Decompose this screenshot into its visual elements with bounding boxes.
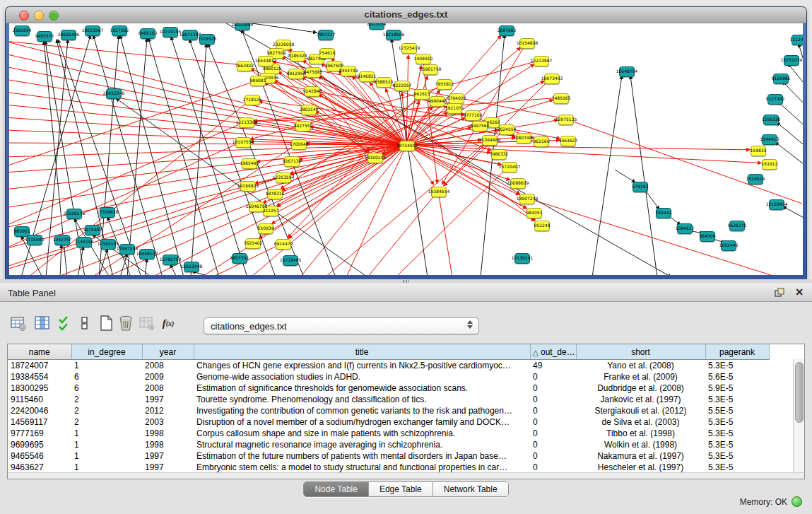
graph-node[interactable]: 962160 (534, 136, 549, 147)
graph-node[interactable]: 18107554 (235, 137, 251, 148)
graph-node[interactable]: 1409910 (416, 54, 431, 64)
graph-node[interactable]: 989081 (250, 76, 266, 86)
vertical-scrollbar[interactable] (793, 359, 804, 473)
graph-node[interactable]: 12213967 (534, 56, 549, 66)
graph-node[interactable]: 16648784 (619, 66, 635, 77)
graph-node[interactable]: 754616 (319, 48, 335, 59)
graph-node[interactable]: 1112404 (792, 35, 803, 45)
graph-node[interactable]: 952248 (534, 221, 550, 231)
graph-node[interactable]: 16961758 (423, 64, 438, 75)
attribute-table[interactable]: namein_degreeyeartitle△out_de…shortpager… (7, 344, 805, 479)
tab-edge-table[interactable]: Edge Table (368, 482, 433, 496)
graph-node[interactable]: 3624554 (499, 124, 514, 135)
tab-node-table[interactable]: Node Table (304, 482, 368, 496)
graph-node[interactable]: 8912954 (288, 69, 304, 79)
table-row[interactable]: 1872400712008Changes of HCN gene express… (8, 360, 769, 372)
graph-node[interactable]: 20206576 (66, 209, 82, 219)
graph-node[interactable]: 7986332 (491, 149, 507, 160)
graph-node[interactable]: 2560694 (14, 25, 30, 36)
table-row[interactable]: 977716911998Corpus callosum shape and si… (8, 428, 769, 439)
horizontal-scrollbar[interactable] (8, 472, 804, 479)
network-window-titlebar[interactable]: citations_edges.txt (6, 7, 806, 23)
graph-node[interactable]: 6794028 (449, 93, 464, 104)
graph-node[interactable]: 15720407 (502, 162, 517, 173)
graph-node[interactable]: 1342757 (54, 235, 70, 245)
graph-node[interactable]: 10688609 (510, 178, 526, 189)
graph-node[interactable]: 822257 (263, 206, 278, 216)
graph-node[interactable]: 7955812 (437, 79, 452, 90)
graph-node[interactable]: 1965495 (242, 158, 257, 169)
graph-node[interactable]: 9857791 (232, 253, 247, 264)
graph-node[interactable]: 18724007 (399, 141, 415, 151)
graph-node[interactable]: 1588520 (376, 77, 392, 88)
column-header-short[interactable]: short (576, 344, 705, 360)
graph-node[interactable]: 15130141 (514, 253, 530, 264)
graph-node[interactable]: 12103454 (769, 199, 784, 210)
graph-node[interactable]: 16543812 (258, 56, 273, 66)
graph-node[interactable]: 250939 (258, 223, 273, 234)
graph-node[interactable]: 8186328 (290, 51, 305, 62)
graph-node[interactable]: 16046756 (249, 201, 264, 212)
graph-node[interactable]: 6914479 (276, 239, 291, 250)
column-header-pagerank[interactable]: pagerank (705, 344, 769, 360)
graph-node[interactable]: 15718485 (283, 255, 298, 266)
graph-node[interactable]: 9975887 (85, 225, 100, 235)
column-header-out_de[interactable]: △out_de… (530, 344, 576, 360)
table-row[interactable]: 1830029562008Estimation of significance … (8, 382, 769, 394)
float-panel-icon[interactable] (774, 287, 785, 298)
graph-node[interactable]: 26053346 (106, 88, 122, 99)
graph-node[interactable]: 1244413 (762, 134, 777, 145)
graph-node[interactable]: 2087682 (499, 25, 514, 36)
graph-node[interactable]: 159835 (751, 146, 766, 156)
graph-node[interactable]: 9777169 (465, 110, 481, 121)
table-settings-icon[interactable] (8, 313, 28, 333)
graph-node[interactable]: 8222057 (394, 81, 410, 91)
graph-node[interactable]: 9146821 (359, 71, 375, 82)
graph-node[interactable]: 7625402 (245, 238, 261, 249)
table-row[interactable]: 2242004622012Investigating the contribut… (8, 405, 769, 416)
graph-node[interactable]: 5878314 (267, 189, 283, 199)
graph-node[interactable]: 7485063 (553, 93, 569, 104)
graph-node[interactable]: 21364486 (482, 135, 498, 146)
table-row[interactable]: 911546021997Tourette syndrome. Phenomeno… (8, 394, 769, 405)
table-header-row[interactable]: namein_degreeyeartitle△out_de…shortpager… (8, 344, 769, 360)
delete-table-icon[interactable] (116, 313, 136, 333)
graph-node[interactable]: 7663822 (237, 61, 252, 71)
graph-node[interactable]: 1115680 (27, 235, 42, 245)
row-height-icon[interactable] (75, 313, 95, 333)
table-selector-dropdown[interactable]: citations_edges.txt (204, 317, 479, 334)
graph-node[interactable]: 16033809 (235, 23, 250, 30)
graph-node[interactable]: 9463627 (560, 136, 576, 146)
graph-node[interactable]: 791942 (656, 208, 671, 218)
graph-node[interactable]: 1092445 (721, 240, 736, 251)
graph-node[interactable]: 12213384 (239, 117, 254, 128)
tab-network-table[interactable]: Network Table (433, 482, 508, 496)
graph-node[interactable]: 7515526 (199, 34, 215, 45)
column-header-year[interactable]: year (142, 344, 194, 360)
graph-node[interactable]: 10973493 (544, 74, 560, 84)
graph-node[interactable]: 1700648 (291, 139, 307, 150)
column-header-title[interactable]: title (194, 344, 530, 360)
graph-node[interactable]: 10719195 (163, 27, 178, 37)
graph-node[interactable]: 12353594 (276, 173, 291, 183)
graph-node[interactable]: 1921072 (447, 103, 462, 114)
graph-node[interactable]: 18907249 (519, 194, 535, 204)
graph-node[interactable]: 12975125 (558, 115, 574, 125)
graph-node[interactable]: 161912 (762, 159, 777, 170)
graph-node[interactable]: 7857227 (318, 30, 334, 40)
graph-node[interactable]: 18671388 (182, 30, 198, 40)
graph-node[interactable]: 10653267 (85, 25, 100, 36)
graph-node[interactable]: 2967608 (326, 61, 342, 71)
network-canvas[interactable]: 1872400725606949405572206914061065326715… (9, 23, 803, 275)
graph-node[interactable]: 962615 (414, 89, 430, 100)
graph-node[interactable]: 17957253 (119, 244, 135, 255)
graph-node[interactable]: 19218506 (386, 30, 401, 40)
graph-node[interactable]: 18300295 (367, 153, 383, 163)
graph-node[interactable]: 8454749 (341, 66, 356, 76)
graph-node[interactable]: 20691406 (61, 30, 76, 40)
graph-node[interactable]: 984506 (700, 231, 715, 242)
graph-node[interactable]: 1510614 (748, 174, 763, 185)
table-row[interactable]: 1456911722003Disruption of a novel membe… (8, 416, 769, 428)
graph-node[interactable]: 9475685 (305, 67, 321, 78)
graph-node[interactable]: 984051 (526, 208, 542, 218)
